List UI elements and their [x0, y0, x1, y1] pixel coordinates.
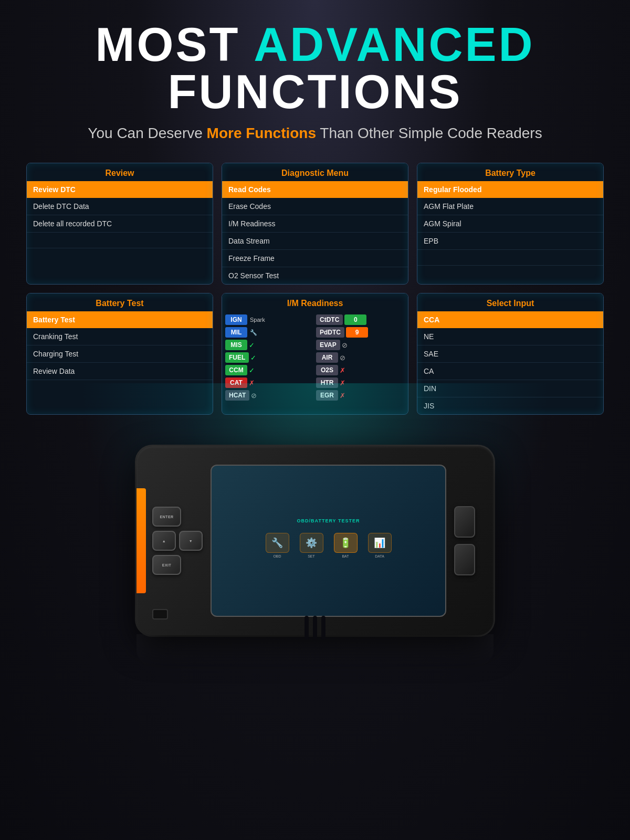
fuel-check-icon: ✓: [250, 354, 256, 362]
diagnostic-item-3[interactable]: Data Stream: [222, 233, 408, 250]
im-readiness-title: I/M Readiness: [222, 293, 408, 311]
review-card: Review Review DTC Delete DTC Data Delete…: [26, 163, 213, 285]
mis-check-icon: ✓: [249, 341, 255, 349]
device-area: ENTER ▲ ▼ EXIT: [0, 415, 630, 840]
battery-test-item-3[interactable]: Review Data: [27, 363, 213, 380]
select-input-card: Select Input CCA NE SAE CA DIN JIS: [417, 293, 604, 415]
hcat-na-icon: ⊘: [251, 392, 257, 400]
select-input-sae[interactable]: SAE: [417, 345, 603, 363]
diagnostic-item-4[interactable]: Freeze Frame: [222, 250, 408, 267]
im-readiness-card: I/M Readiness IGN Spark MIL 🔧 MIS: [222, 293, 408, 415]
device-wrapper: ENTER ▲ ▼ EXIT: [136, 446, 494, 666]
screen-icon-battery: 🔋 BAT: [334, 533, 358, 558]
down-button[interactable]: ▼: [179, 531, 203, 551]
htr-x-icon: ✗: [340, 379, 345, 387]
battery-type-item-3[interactable]: EPB: [417, 233, 603, 250]
header: MOST ADVANCED FUNCTIONS You Can Deserve …: [0, 0, 630, 147]
enter-button[interactable]: ENTER: [152, 507, 181, 527]
battery-icon-box: 🔋: [334, 533, 358, 553]
ctdtc-value: 0: [344, 314, 366, 325]
review-item-1[interactable]: Delete DTC Data: [27, 198, 213, 215]
im-badge-mil: MIL: [225, 327, 247, 338]
exit-button[interactable]: EXIT: [152, 555, 181, 575]
subtitle-highlight: More Functions: [207, 125, 316, 141]
side-button-1[interactable]: [454, 506, 475, 538]
screen-icon-data: 📊 DATA: [368, 533, 392, 558]
battery-type-item-2[interactable]: AGM Spiral: [417, 215, 603, 233]
diagnostic-item-5[interactable]: O2 Sensor Test: [222, 267, 408, 284]
diagnostic-title: Diagnostic Menu: [222, 163, 408, 181]
battery-type-item-1[interactable]: AGM Flat Plate: [417, 198, 603, 215]
review-item-2[interactable]: Delete all recorded DTC: [27, 215, 213, 233]
data-icon-box: 📊: [368, 533, 392, 553]
im-label-spark: Spark: [250, 317, 265, 323]
side-button-2[interactable]: [454, 544, 475, 575]
im-badge-pddtc: PdDTC: [316, 327, 344, 338]
up-label: ▲: [162, 539, 166, 543]
select-input-din[interactable]: DIN: [417, 380, 603, 397]
device-buttons-left: ENTER ▲ ▼ EXIT: [147, 507, 203, 575]
im-row-ctdtc: CtDTC 0: [316, 314, 405, 325]
review-selected[interactable]: Review DTC: [27, 181, 213, 198]
battery-test-item-1[interactable]: Cranking Test: [27, 328, 213, 345]
im-label-engine: 🔧: [250, 329, 257, 336]
data-icon-label: DATA: [375, 554, 384, 558]
obd-icon-box: 🔧: [266, 533, 289, 553]
subtitle-post: Than Other Simple Code Readers: [316, 125, 542, 141]
up-button[interactable]: ▲: [152, 531, 176, 551]
select-input-jis[interactable]: JIS: [417, 397, 603, 414]
settings-icon-label: SET: [308, 554, 315, 558]
evap-na-icon: ⊘: [342, 341, 348, 349]
im-row-o2s: O2S ✗: [316, 365, 405, 375]
im-badge-ign: IGN: [225, 314, 247, 325]
title-most: MOST: [95, 18, 254, 71]
im-row-ign: IGN Spark: [225, 314, 314, 325]
page-container: MOST ADVANCED FUNCTIONS You Can Deserve …: [0, 0, 630, 840]
review-item-4: [27, 248, 213, 264]
im-row-fuel: FUEL ✓: [225, 352, 314, 363]
select-input-ca[interactable]: CA: [417, 363, 603, 380]
im-badge-evap: EVAP: [316, 340, 340, 350]
vent-slot-2: [313, 616, 317, 639]
select-input-ne[interactable]: NE: [417, 328, 603, 345]
battery-type-title: Battery Type: [417, 163, 603, 181]
pddtc-value: 9: [346, 327, 368, 338]
battery-test-item-2[interactable]: Charging Test: [27, 345, 213, 363]
screen-icons-row: 🔧 OBD ⚙️ SET 🔋 BAT 📊: [260, 528, 397, 563]
review-item-3: [27, 233, 213, 248]
im-badge-o2s: O2S: [316, 365, 338, 375]
im-row-mil: MIL 🔧: [225, 327, 314, 338]
obd-icon-label: OBD: [273, 554, 281, 558]
diagnostic-item-1[interactable]: Erase Codes: [222, 198, 408, 215]
im-row-htr: HTR ✗: [316, 377, 405, 388]
ccm-check-icon: ✓: [249, 366, 255, 374]
im-badge-cat: CAT: [225, 377, 247, 388]
im-row-egr: EGR ✗: [316, 390, 405, 401]
im-badge-air: AIR: [316, 352, 338, 363]
im-badge-fuel: FUEL: [225, 352, 249, 363]
battery-test-selected[interactable]: Battery Test: [27, 311, 213, 328]
device-screen: OBD/BATTERY TESTER 🔧 OBD ⚙️ SET 🔋 BAT: [211, 465, 446, 617]
im-row-mis: MIS ✓: [225, 340, 314, 350]
subtitle-pre: You Can Deserve: [88, 125, 206, 141]
battery-icon-label: BAT: [342, 554, 349, 558]
select-input-selected[interactable]: CCA: [417, 311, 603, 328]
battery-type-selected[interactable]: Regular Flooded: [417, 181, 603, 198]
down-label: ▼: [189, 539, 193, 543]
settings-icon-box: ⚙️: [300, 533, 323, 553]
im-row-evap: EVAP ⊘: [316, 340, 405, 350]
im-badge-ctdtc: CtDTC: [316, 314, 343, 325]
diagnostic-selected[interactable]: Read Codes: [222, 181, 408, 198]
screen-icon-settings: ⚙️ SET: [300, 533, 323, 558]
im-badge-ccm: CCM: [225, 365, 247, 375]
cat-x-icon: ✗: [249, 379, 255, 387]
im-row-pddtc: PdDTC 9: [316, 327, 405, 338]
egr-x-icon: ✗: [340, 392, 345, 400]
diagnostic-item-2[interactable]: I/M Readiness: [222, 215, 408, 233]
battery-test-item-4: [27, 380, 213, 396]
im-badge-mis: MIS: [225, 340, 247, 350]
review-title: Review: [27, 163, 213, 181]
screens-section: Review Review DTC Delete DTC Data Delete…: [26, 163, 604, 415]
orange-accent-strip: [136, 488, 146, 593]
im-left-col: IGN Spark MIL 🔧 MIS ✓ FUEL: [225, 314, 314, 401]
